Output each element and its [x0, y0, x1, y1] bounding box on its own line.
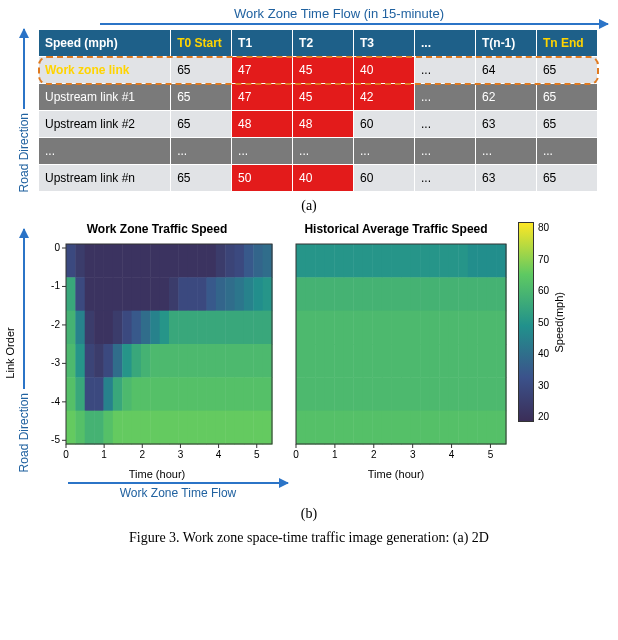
svg-rect-96	[141, 377, 151, 411]
svg-rect-4	[103, 244, 113, 278]
table-header: Speed (mph)T0 StartT1T2T3...T(n-1)Tn End	[39, 30, 598, 57]
svg-rect-164	[363, 244, 373, 278]
svg-rect-217	[449, 311, 459, 345]
svg-rect-60	[216, 311, 226, 345]
table-cell: 45	[293, 84, 354, 111]
row-label: Upstream link #2	[39, 111, 171, 138]
svg-rect-165	[372, 244, 382, 278]
table-cell: 63	[475, 111, 536, 138]
svg-rect-232	[382, 344, 392, 378]
svg-rect-102	[197, 377, 207, 411]
svg-rect-237	[430, 344, 440, 378]
svg-rect-20	[253, 244, 263, 278]
table-header-cell: T(n-1)	[475, 30, 536, 57]
road-direction-label-2: Road Direction	[17, 393, 31, 472]
svg-rect-67	[75, 344, 85, 378]
svg-rect-80	[197, 344, 207, 378]
svg-rect-90	[85, 377, 95, 411]
svg-rect-77	[169, 344, 179, 378]
svg-rect-222	[496, 311, 506, 345]
table-cell: 40	[293, 165, 354, 192]
svg-rect-162	[344, 244, 354, 278]
svg-rect-258	[420, 377, 430, 411]
svg-rect-65	[263, 311, 273, 345]
svg-rect-170	[420, 244, 430, 278]
table-cell: 65	[171, 111, 232, 138]
svg-rect-83	[225, 344, 235, 378]
svg-rect-233	[391, 344, 401, 378]
svg-rect-8	[141, 244, 151, 278]
svg-rect-34	[178, 277, 188, 311]
svg-rect-126	[216, 411, 226, 445]
colorbar-ticks: 80706050403020	[538, 222, 549, 422]
svg-rect-15	[206, 244, 216, 278]
svg-rect-247	[315, 377, 325, 411]
svg-rect-272	[344, 411, 354, 445]
svg-rect-123	[188, 411, 198, 445]
svg-rect-273	[353, 411, 363, 445]
table-section: Road Direction Speed (mph)T0 StartT1T2T3…	[10, 29, 608, 192]
road-direction-label: Road Direction	[17, 113, 31, 192]
svg-rect-84	[235, 344, 245, 378]
table-cell: ...	[536, 138, 597, 165]
svg-rect-282	[439, 411, 449, 445]
svg-rect-7	[132, 244, 142, 278]
svg-rect-87	[263, 344, 273, 378]
svg-rect-191	[411, 277, 421, 311]
colorbar-gradient	[518, 222, 534, 422]
arrow-right-icon	[100, 23, 608, 25]
table-cell: 65	[536, 111, 597, 138]
svg-rect-114	[103, 411, 113, 445]
svg-rect-42	[253, 277, 263, 311]
svg-rect-179	[296, 277, 306, 311]
svg-rect-159	[315, 244, 325, 278]
svg-rect-98	[160, 377, 170, 411]
svg-rect-262	[458, 377, 468, 411]
svg-rect-116	[122, 411, 132, 445]
svg-rect-103	[206, 377, 216, 411]
svg-rect-176	[477, 244, 487, 278]
table-cell: ...	[293, 138, 354, 165]
svg-rect-97	[150, 377, 160, 411]
svg-text:3: 3	[178, 449, 184, 460]
table-cell: 65	[536, 84, 597, 111]
svg-rect-251	[353, 377, 363, 411]
svg-rect-201	[296, 311, 306, 345]
svg-rect-194	[439, 277, 449, 311]
svg-rect-202	[306, 311, 316, 345]
svg-rect-71	[113, 344, 123, 378]
svg-rect-125	[206, 411, 216, 445]
speed-table: Speed (mph)T0 StartT1T2T3...T(n-1)Tn End…	[38, 29, 598, 192]
svg-rect-197	[468, 277, 478, 311]
svg-rect-124	[197, 411, 207, 445]
svg-rect-82	[216, 344, 226, 378]
svg-rect-99	[169, 377, 179, 411]
svg-rect-25	[94, 277, 104, 311]
svg-text:0: 0	[63, 449, 69, 460]
svg-rect-55	[169, 311, 179, 345]
svg-rect-40	[235, 277, 245, 311]
svg-rect-104	[216, 377, 226, 411]
x-axis-label-right: Time (hour)	[368, 468, 424, 480]
svg-rect-242	[477, 344, 487, 378]
top-axis-arrow	[100, 23, 608, 25]
svg-rect-157	[296, 244, 306, 278]
heatmap-right-frame: 012345	[282, 240, 510, 466]
table-header-cell: Tn End	[536, 30, 597, 57]
svg-rect-239	[449, 344, 459, 378]
svg-rect-264	[477, 377, 487, 411]
svg-rect-173	[449, 244, 459, 278]
svg-rect-93	[113, 377, 123, 411]
row-label: ...	[39, 138, 171, 165]
table-header-cell: T3	[354, 30, 415, 57]
svg-rect-35	[188, 277, 198, 311]
svg-rect-186	[363, 277, 373, 311]
colorbar-tick: 40	[538, 348, 549, 359]
svg-rect-129	[244, 411, 254, 445]
svg-rect-267	[296, 411, 306, 445]
svg-text:1: 1	[101, 449, 107, 460]
svg-rect-66	[66, 344, 76, 378]
arrow-up-icon	[23, 229, 25, 389]
svg-rect-220	[477, 311, 487, 345]
svg-rect-168	[401, 244, 411, 278]
